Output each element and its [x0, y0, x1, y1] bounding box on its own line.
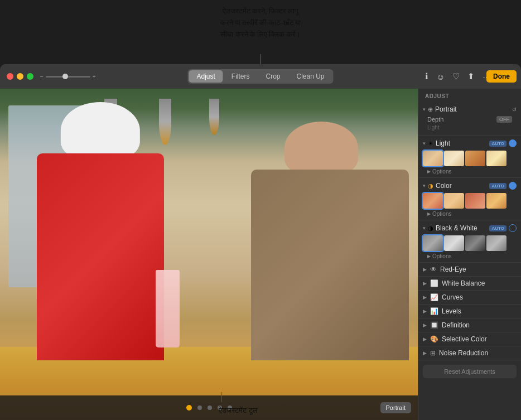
- person-left-head: [61, 102, 140, 159]
- levels-item[interactable]: ▶ 📊 Levels: [418, 305, 521, 318]
- traffic-lights: [7, 73, 33, 80]
- close-button[interactable]: [7, 73, 13, 80]
- sc-chevron: ▶: [423, 336, 427, 342]
- color-thumbnails: [418, 191, 521, 210]
- bw-label: Black & White: [436, 224, 487, 232]
- light-thumb-0[interactable]: [423, 151, 443, 166]
- bw-toggle[interactable]: [509, 224, 517, 232]
- nav-dot-3[interactable]: [218, 405, 222, 410]
- color-chevron: ▾: [423, 183, 426, 189]
- toolbar-right: ℹ ☺ ♡ ⬆ ···: [425, 71, 490, 81]
- wb-icon: ⬜: [430, 279, 438, 287]
- tab-cleanup[interactable]: Clean Up: [289, 70, 332, 83]
- curves-item[interactable]: ▶ 📈 Curves: [418, 291, 521, 305]
- bw-thumb-0[interactable]: [423, 235, 443, 251]
- levels-chevron: ▶: [423, 308, 427, 314]
- zoom-out-icon: −: [40, 74, 44, 80]
- light-thumbnails: [418, 149, 521, 168]
- definition-item[interactable]: ▶ 🔲 Definition: [418, 318, 521, 332]
- light-chevron: ▾: [423, 141, 426, 146]
- tab-bar: Adjust Filters Crop Clean Up: [187, 69, 333, 84]
- bw-options[interactable]: ▶ Options: [418, 253, 521, 260]
- main-window: − + Adjust Filters Crop Clean Up ℹ ☺ ♡ ⬆…: [0, 64, 521, 420]
- bw-header[interactable]: ▾ ◑ Black & White AUTO: [418, 223, 521, 234]
- bw-chevron: ▾: [423, 225, 426, 231]
- selectivecolor-item[interactable]: ▶ 🎨 Selective Color: [418, 332, 521, 346]
- callout-line: [260, 54, 261, 64]
- portrait-chevron: ▾: [423, 107, 426, 112]
- bw-thumbnails: [418, 234, 521, 253]
- photo-nav: Portrait: [0, 395, 418, 420]
- whitebalance-item[interactable]: ▶ ⬜ White Balance: [418, 277, 521, 291]
- curves-icon: 📈: [430, 293, 438, 301]
- milkshake: [156, 270, 180, 347]
- right-panel: ADJUST ▾ ⊕ Portrait ↺ Depth OFF Light ▾: [418, 89, 521, 420]
- zoom-in-icon: +: [93, 74, 96, 80]
- nav-dot-1[interactable]: [197, 405, 202, 410]
- definition-icon: 🔲: [430, 321, 438, 329]
- content-area: Portrait ADJUST ▾ ⊕ Portrait ↺ Depth OFF…: [0, 89, 521, 420]
- nr-chevron: ▶: [423, 350, 427, 356]
- tab-crop[interactable]: Crop: [258, 70, 288, 83]
- color-thumb-3[interactable]: [486, 193, 506, 209]
- color-toggle[interactable]: [509, 182, 517, 190]
- panel-header: ADJUST: [418, 89, 521, 102]
- color-header[interactable]: ▾ ◑ Color AUTO: [418, 180, 521, 191]
- person-right-sweater: [251, 170, 409, 360]
- portrait-button[interactable]: Portrait: [380, 402, 411, 413]
- light-toggle[interactable]: [509, 139, 517, 147]
- color-thumb-1[interactable]: [444, 193, 464, 209]
- done-button[interactable]: Done: [486, 70, 517, 83]
- zoom-slider[interactable]: − +: [40, 74, 96, 80]
- color-section: ▾ ◑ Color AUTO ▶ Options: [418, 178, 521, 220]
- light-thumb-3[interactable]: [486, 151, 506, 166]
- share-icon[interactable]: ⬆: [467, 71, 475, 81]
- bw-thumb-1[interactable]: [444, 235, 464, 251]
- bw-section: ▾ ◑ Black & White AUTO ▶ Options: [418, 220, 521, 263]
- maximize-button[interactable]: [27, 73, 33, 80]
- color-options-chevron: ▶: [427, 211, 431, 216]
- curves-chevron: ▶: [423, 295, 427, 300]
- light-auto-badge: AUTO: [489, 141, 506, 147]
- portrait-reset-icon[interactable]: ↺: [512, 107, 517, 113]
- tab-adjust[interactable]: Adjust: [189, 70, 223, 83]
- heart-icon[interactable]: ♡: [452, 71, 460, 81]
- light-options-label: Options: [432, 168, 451, 175]
- portrait-row[interactable]: ▾ ⊕ Portrait ↺: [418, 104, 521, 115]
- levels-label: Levels: [442, 307, 517, 315]
- levels-icon: 📊: [430, 307, 438, 315]
- light-thumb-2[interactable]: [465, 151, 485, 166]
- color-thumb-2[interactable]: [465, 193, 485, 209]
- definition-label: Definition: [442, 321, 517, 329]
- color-thumb-0[interactable]: [423, 193, 443, 209]
- color-icon: ◑: [428, 182, 433, 190]
- reset-adjustments-button[interactable]: Reset Adjustments: [423, 365, 517, 378]
- light-options[interactable]: ▶ Options: [418, 168, 521, 175]
- nav-dot-0[interactable]: [186, 405, 192, 411]
- noisereduction-item[interactable]: ▶ ⊞ Noise Reduction: [418, 346, 521, 360]
- minimize-button[interactable]: [17, 73, 23, 80]
- color-options[interactable]: ▶ Options: [418, 210, 521, 218]
- nav-dot-2[interactable]: [208, 405, 212, 410]
- light-options-chevron: ▶: [427, 169, 431, 174]
- bw-thumb-3[interactable]: [486, 235, 506, 251]
- face-icon[interactable]: ☺: [436, 72, 445, 81]
- light-icon: ☀: [428, 140, 433, 147]
- light-header[interactable]: ▾ ☀ Light AUTO: [418, 138, 521, 149]
- sc-label: Selective Color: [442, 335, 517, 343]
- info-icon[interactable]: ℹ: [425, 71, 428, 81]
- curves-label: Curves: [442, 293, 517, 301]
- redeye-item[interactable]: ▶ 👁 Red-Eye: [418, 263, 521, 277]
- slider-thumb: [62, 74, 68, 79]
- titlebar: − + Adjust Filters Crop Clean Up ℹ ☺ ♡ ⬆…: [0, 64, 521, 89]
- bw-thumb-2[interactable]: [465, 235, 485, 251]
- color-auto-badge: AUTO: [489, 183, 506, 189]
- tooltip-text: ऐडजस्टमेंट करने, फ़िल्टर लागू करने या तस…: [220, 6, 301, 40]
- nr-icon: ⊞: [430, 349, 436, 357]
- light-thumb-1[interactable]: [444, 151, 464, 166]
- nr-label: Noise Reduction: [439, 349, 517, 357]
- sc-icon: 🎨: [430, 335, 438, 343]
- light-section: ▾ ☀ Light AUTO ▶ Options: [418, 136, 521, 178]
- tab-filters[interactable]: Filters: [224, 70, 258, 83]
- nav-dot-4[interactable]: [228, 405, 232, 410]
